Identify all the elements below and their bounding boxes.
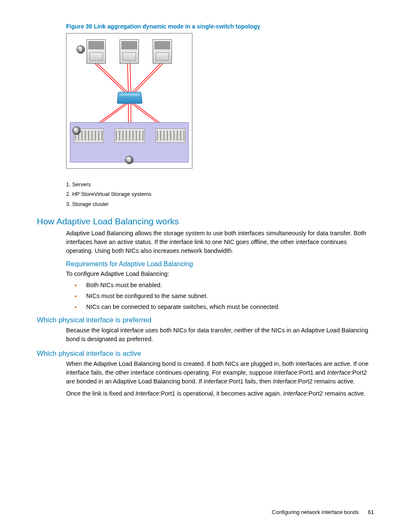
page-number: 61 — [368, 509, 374, 515]
legend-item: 3. Storage cluster — [66, 199, 373, 209]
list-item: Both NICs must be enabled. — [74, 282, 373, 288]
paragraph: To configure Adaptive Load Balancing: — [66, 270, 373, 278]
heading-requirements: Requirements for Adaptive Load Balancing — [66, 260, 373, 268]
callout-2: 2 — [72, 126, 81, 135]
svg-line-4 — [130, 64, 160, 95]
heading-active-interface: Which physical interface is active — [37, 350, 373, 358]
figure-caption: Figure 39 Link aggregation dynamic mode … — [66, 23, 373, 30]
legend-item: 1. Servers — [66, 180, 373, 189]
server-icon — [153, 39, 172, 64]
callout-1: 1 — [77, 45, 85, 54]
topology-diagram: 1 2 3 — [66, 33, 192, 169]
legend-item: 2. HP StoreVirtual Storage systems — [66, 189, 373, 199]
callout-3: 3 — [125, 156, 133, 164]
heading-how-alb-works: How Adaptive Load Balancing works — [37, 216, 373, 226]
page-footer: Configuring network interface bonds 61 — [272, 509, 374, 515]
paragraph: Once the link is fixed and Interface:Por… — [66, 389, 373, 398]
figure-legend: 1. Servers 2. HP StoreVirtual Storage sy… — [66, 180, 373, 209]
list-item: NICs can be connected to separate switch… — [74, 303, 373, 310]
svg-line-2 — [128, 64, 128, 95]
list-item: NICs must be configured to the same subn… — [74, 293, 373, 299]
requirements-list: Both NICs must be enabled. NICs must be … — [74, 282, 373, 310]
heading-preferred-interface: Which physical interface is preferred — [37, 316, 373, 324]
svg-line-5 — [133, 64, 163, 95]
paragraph: Because the logical interface uses both … — [66, 326, 373, 344]
paragraph: Adaptive Load Balancing allows the stora… — [66, 229, 373, 255]
svg-line-3 — [130, 64, 131, 95]
svg-line-1 — [97, 64, 130, 95]
server-icon — [120, 39, 139, 64]
storage-icon — [115, 129, 145, 143]
svg-line-0 — [95, 64, 128, 95]
server-icon — [87, 39, 106, 64]
switch-icon — [117, 92, 142, 104]
paragraph: When the Adaptive Load Balancing bond is… — [66, 360, 373, 386]
footer-section-title: Configuring network interface bonds — [272, 509, 359, 515]
storage-icon — [156, 129, 186, 143]
